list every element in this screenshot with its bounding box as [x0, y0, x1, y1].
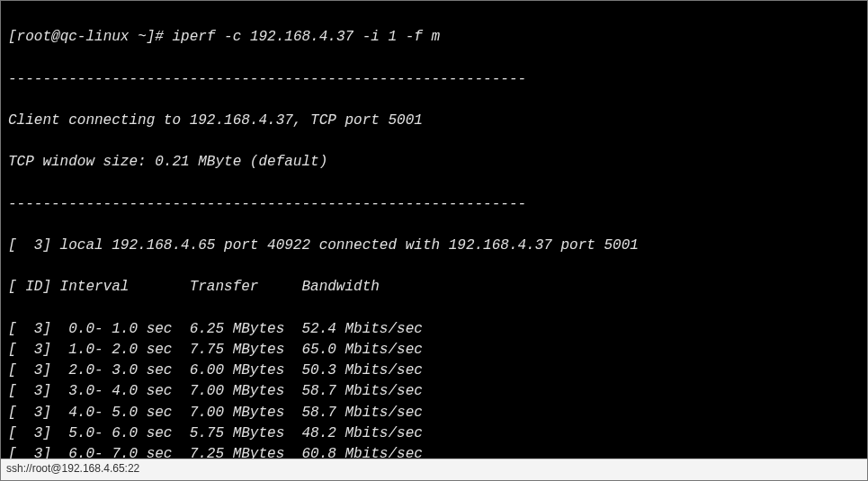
divider-2: ----------------------------------------…: [8, 194, 860, 215]
prompt-cwd: ~: [138, 29, 147, 45]
terminal-output[interactable]: [root@qc-linux ~]# iperf -c 192.168.4.37…: [1, 1, 867, 459]
table-row: [ 3] 0.0- 1.0 sec 6.25 MBytes 52.4 Mbits…: [8, 319, 860, 340]
terminal-window: [root@qc-linux ~]# iperf -c 192.168.4.37…: [0, 0, 868, 481]
local-connect-line: [ 3] local 192.168.4.65 port 40922 conne…: [8, 236, 860, 256]
table-row: [ 3] 4.0- 5.0 sec 7.00 MBytes 58.7 Mbits…: [8, 403, 860, 423]
table-header: [ ID] Interval Transfer Bandwidth: [8, 277, 860, 298]
table-row: [ 3] 6.0- 7.0 sec 7.25 MBytes 60.8 Mbits…: [8, 444, 860, 459]
client-connect-line: Client connecting to 192.168.4.37, TCP p…: [8, 111, 860, 131]
prompt-user: root: [17, 29, 51, 45]
command-text: iperf -c 192.168.4.37 -i 1 -f m: [172, 29, 440, 45]
tcp-window-line: TCP window size: 0.21 MByte (default): [8, 152, 860, 173]
ssh-connection-label: ssh://root@192.168.4.65:22: [6, 462, 139, 475]
table-row: [ 3] 3.0- 4.0 sec 7.00 MBytes 58.7 Mbits…: [8, 381, 860, 402]
divider-1: ----------------------------------------…: [8, 69, 860, 90]
table-row: [ 3] 2.0- 3.0 sec 6.00 MBytes 50.3 Mbits…: [8, 361, 860, 381]
prompt-line-1: [root@qc-linux ~]# iperf -c 192.168.4.37…: [8, 27, 860, 48]
prompt-close-bracket: ]: [147, 29, 156, 45]
table-row: [ 3] 5.0- 6.0 sec 5.75 MBytes 48.2 Mbits…: [8, 423, 860, 444]
prompt-open-bracket: [: [8, 29, 17, 45]
prompt-host: qc-linux: [60, 29, 130, 45]
prompt-at: @: [51, 29, 60, 45]
status-bar: ssh://root@192.168.4.65:22: [1, 459, 867, 480]
prompt-symbol: #: [155, 29, 164, 45]
table-row: [ 3] 1.0- 2.0 sec 7.75 MBytes 65.0 Mbits…: [8, 340, 860, 361]
